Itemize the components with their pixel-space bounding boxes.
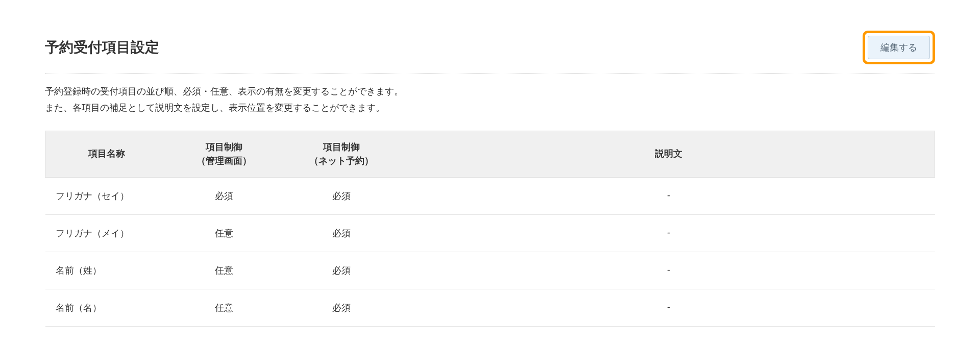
page-title: 予約受付項目設定 [45,38,159,57]
table-row: フリガナ（メイ） 任意 必須 - [45,214,935,252]
header-control-net-line1: 項目制御 [323,142,360,152]
header-control-admin-line2: （管理画面） [197,156,252,166]
cell-net-control: 必須 [280,177,403,214]
header-description: 説明文 [403,131,935,177]
header-control-admin: 項目制御 （管理画面） [168,131,280,177]
description-line-2: また、各項目の補足として説明文を設定し、表示位置を変更することができます。 [45,103,385,113]
header-row: 予約受付項目設定 編集する [45,31,935,74]
cell-item-name: フリガナ（セイ） [45,177,168,214]
edit-button-highlight: 編集する [863,31,935,64]
cell-item-name: 名前（名） [45,289,168,326]
cell-net-control: 必須 [280,252,403,289]
edit-button[interactable]: 編集する [868,36,930,59]
table-header-row: 項目名称 項目制御 （管理画面） 項目制御 （ネット予約） 説明文 [45,131,935,177]
cell-item-name: 名前（姓） [45,252,168,289]
table-row: 名前（姓） 任意 必須 - [45,252,935,289]
cell-admin-control: 必須 [168,177,280,214]
cell-description: - [403,177,935,214]
cell-description: - [403,252,935,289]
header-control-admin-line1: 項目制御 [206,142,242,152]
cell-admin-control: 任意 [168,252,280,289]
cell-admin-control: 任意 [168,214,280,252]
header-control-net: 項目制御 （ネット予約） [280,131,403,177]
cell-item-name: フリガナ（メイ） [45,214,168,252]
cell-description: - [403,214,935,252]
settings-table: 項目名称 項目制御 （管理画面） 項目制御 （ネット予約） 説明文 フリガナ（セ… [45,131,935,327]
cell-admin-control: 任意 [168,289,280,326]
content-container: 予約受付項目設定 編集する 予約登録時の受付項目の並び順、必須・任意、表示の有無… [0,0,980,327]
cell-net-control: 必須 [280,214,403,252]
description-text: 予約登録時の受付項目の並び順、必須・任意、表示の有無を変更することができます。 … [45,83,935,116]
cell-net-control: 必須 [280,289,403,326]
description-line-1: 予約登録時の受付項目の並び順、必須・任意、表示の有無を変更することができます。 [45,86,403,96]
table-row: フリガナ（セイ） 必須 必須 - [45,177,935,214]
cell-description: - [403,289,935,326]
table-row: 名前（名） 任意 必須 - [45,289,935,326]
header-control-net-line2: （ネット予約） [309,156,374,166]
header-item-name: 項目名称 [45,131,168,177]
